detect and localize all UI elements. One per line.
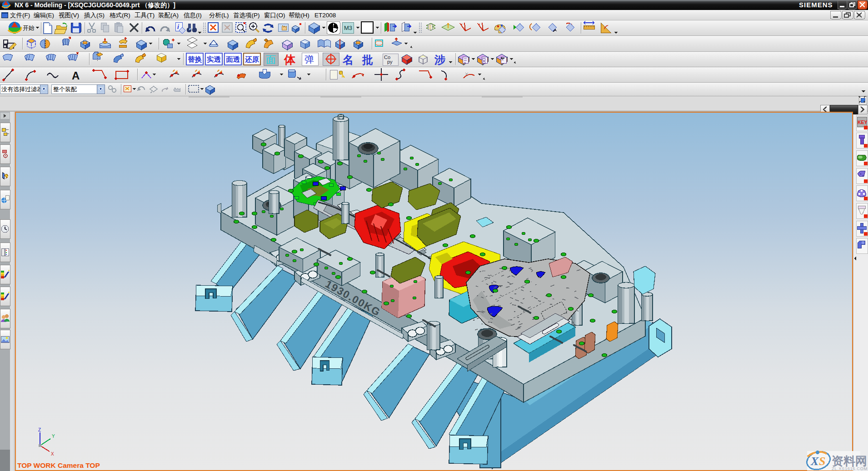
svg-text:编辑(E): 编辑(E) xyxy=(34,12,54,19)
svg-text:插入(S): 插入(S) xyxy=(84,12,105,19)
svg-text:ZL.XS1616.COM: ZL.XS1616.COM xyxy=(832,466,868,471)
svg-text:S: S xyxy=(819,455,825,468)
svg-text:M3: M3 xyxy=(344,25,352,31)
svg-text:整个装配: 整个装配 xyxy=(53,86,77,93)
svg-text:批: 批 xyxy=(362,54,373,66)
svg-text:格式(R): 格式(R) xyxy=(110,12,130,19)
svg-text:装配(A): 装配(A) xyxy=(158,12,179,19)
svg-text:还原: 还原 xyxy=(245,55,259,63)
svg-text:面: 面 xyxy=(266,54,276,65)
svg-text:视图(V): 视图(V) xyxy=(59,12,79,19)
svg-text:SIEMENS: SIEMENS xyxy=(799,1,833,9)
svg-text:体: 体 xyxy=(284,53,296,66)
svg-text:X: X xyxy=(51,451,54,456)
svg-text:Z: Z xyxy=(38,427,41,432)
svg-text:信息(I): 信息(I) xyxy=(183,12,202,19)
svg-text:实透: 实透 xyxy=(207,55,221,63)
svg-text:帮助(H): 帮助(H) xyxy=(289,12,309,19)
svg-text:分析(L): 分析(L) xyxy=(209,12,229,19)
svg-text:X: X xyxy=(810,455,819,468)
svg-text:替换: 替换 xyxy=(187,55,202,64)
svg-text:A: A xyxy=(72,69,80,82)
svg-text:x: x xyxy=(502,57,504,61)
svg-text:面透: 面透 xyxy=(226,55,240,63)
svg-text:没有选择过滤器: 没有选择过滤器 xyxy=(1,86,43,93)
svg-text:窗口(O): 窗口(O) xyxy=(264,12,285,19)
svg-text:工具(T): 工具(T) xyxy=(135,12,155,19)
svg-text:名: 名 xyxy=(342,54,354,66)
svg-text:py: py xyxy=(387,59,393,64)
svg-text:TOP WORK Camera TOP: TOP WORK Camera TOP xyxy=(17,461,100,469)
svg-text:首选项(P): 首选项(P) xyxy=(233,12,260,19)
svg-text:弹: 弹 xyxy=(304,54,314,64)
svg-text:开始: 开始 xyxy=(23,25,35,31)
svg-text:Y: Y xyxy=(52,434,55,439)
svg-text:文件(F): 文件(F) xyxy=(10,12,30,19)
svg-text:KEY: KEY xyxy=(858,119,868,125)
svg-text:涉: 涉 xyxy=(434,54,445,66)
svg-text:NX 6 - Modeling - [XSQCJGUG60-: NX 6 - Modeling - [XSQCJGUG60-0049.prt （… xyxy=(15,1,175,9)
svg-text:ET2008: ET2008 xyxy=(314,12,336,19)
